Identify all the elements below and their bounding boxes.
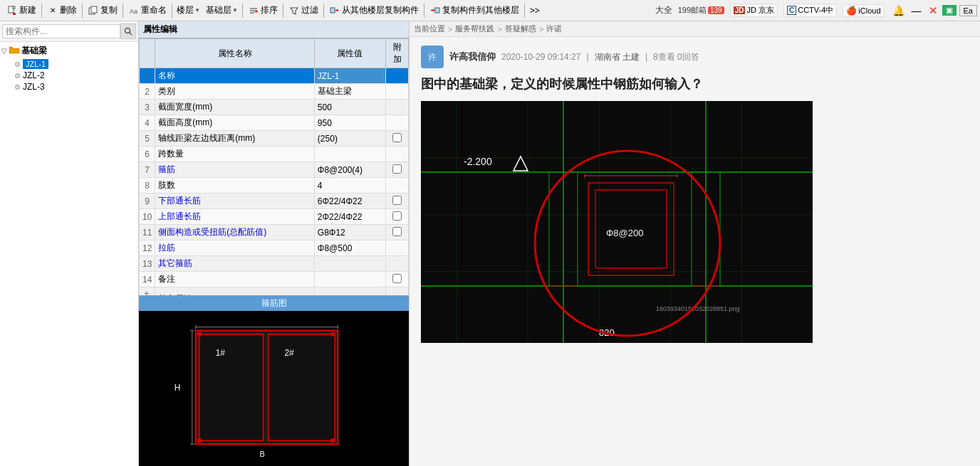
icloud-section[interactable]: 🍎 iCloud	[843, 4, 884, 17]
table-row[interactable]: 1名称JZL-1	[140, 68, 409, 84]
svg-text:H: H	[174, 383, 181, 393]
row-checkbox[interactable]	[392, 196, 402, 205]
ea-label[interactable]: Ea	[959, 5, 977, 16]
attr-name-link[interactable]: 下部通长筋	[158, 196, 201, 206]
tree-item-jzl1[interactable]: ⚙ JZL-1	[13, 58, 137, 70]
sep3	[123, 4, 123, 18]
table-row[interactable]: 6跨数量	[140, 147, 409, 162]
base-floor-dropdown[interactable]: 基础层 ▼	[203, 3, 241, 18]
table-row[interactable]: 14备注	[140, 272, 409, 287]
search-input[interactable]	[2, 24, 120, 38]
row-attr-name[interactable]: 拉筋	[155, 240, 315, 256]
row-attr-name[interactable]: 侧面构造或受扭筋(总配筋值)	[155, 225, 315, 240]
row-checkbox[interactable]	[392, 211, 402, 221]
attr-table-body: 1名称JZL-12类别基础主梁3截面宽度(mm)5004截面高度(mm)9505…	[140, 68, 409, 296]
sort-icon	[248, 5, 259, 16]
row-attr-name[interactable]: 其它箍筋	[155, 256, 315, 272]
table-row[interactable]: 7箍筋Φ8@200(4)	[140, 162, 409, 178]
attr-name-link[interactable]: 上部通长筋	[158, 211, 201, 221]
tree-item-label-jzl1: JZL-1	[23, 59, 48, 69]
row-checkbox[interactable]	[392, 227, 402, 236]
col-num-header	[140, 39, 155, 68]
jd-logo-section[interactable]: JD JD 京东	[730, 4, 778, 17]
row-checkbox-cell[interactable]	[386, 272, 409, 287]
row-number: 3	[140, 100, 155, 115]
new-button[interactable]: 新建	[3, 3, 40, 18]
post-title: 图中的基础梁，定义的时候属性中钢筋如何输入？	[421, 75, 969, 92]
tree-item-jzl3[interactable]: ⚙ JZL-3	[13, 81, 137, 92]
sep6	[283, 4, 283, 18]
table-row[interactable]: 2类别基础主梁	[140, 84, 409, 100]
sort-button[interactable]: 排序	[244, 3, 281, 18]
delete-button[interactable]: ✕ 删除	[43, 3, 80, 18]
search-button[interactable]	[120, 23, 136, 39]
attr-name-link[interactable]: 其它箍筋	[158, 258, 192, 268]
delete-icon: ✕	[47, 5, 58, 16]
minimize-icon[interactable]: —	[909, 5, 924, 16]
tree-children: ⚙ JZL-1 ⚙ JZL-2 ⚙ JZL-3	[1, 58, 137, 92]
close-icon[interactable]: ✕	[927, 5, 939, 16]
row-attr-name: 截面高度(mm)	[155, 115, 315, 131]
tree-item-jzl2[interactable]: ⚙ JZL-2	[13, 70, 137, 81]
root-expand-icon[interactable]: ▽	[1, 47, 7, 55]
table-row[interactable]: 4截面高度(mm)950	[140, 115, 409, 131]
row-checkbox-cell	[386, 287, 409, 296]
col-attach-header: 附加	[386, 39, 409, 68]
attr-table: 属性名称 属性值 附加 1名称JZL-12类别基础主梁3截面宽度(mm)5004…	[139, 38, 409, 295]
sep8	[424, 4, 424, 18]
sep7	[323, 4, 324, 18]
table-row[interactable]: 10上部通长筋2Φ22/4Φ22	[140, 209, 409, 225]
section-expand-icon[interactable]: +	[144, 289, 149, 295]
table-row[interactable]: 8肢数4	[140, 178, 409, 194]
more-button[interactable]: >>	[526, 4, 543, 17]
copy-from-icon	[329, 5, 340, 16]
filter-label: 过滤	[301, 4, 318, 16]
reinforcement-title: 箍筋图	[139, 296, 409, 311]
row-attr-name: 类别	[155, 84, 315, 100]
breadcrumb-path3: 许诺	[546, 23, 562, 34]
attr-name-link[interactable]: 侧面构造或受扭筋(总配筋值)	[158, 227, 266, 237]
filter-button[interactable]: 过滤	[285, 3, 322, 18]
row-checkbox-cell[interactable]	[386, 194, 409, 209]
attr-name-link[interactable]: 箍筋	[158, 164, 175, 174]
copy-to-button[interactable]: 复制构件到其他楼层	[426, 3, 523, 18]
base-floor-label: 基础层	[206, 4, 231, 16]
row-checkbox-cell[interactable]	[386, 209, 409, 225]
row-attr-name[interactable]: 箍筋	[155, 162, 315, 178]
breadcrumb-path1: 服务帮扶践	[455, 23, 494, 34]
tree-item-label-jzl3: JZL-3	[23, 82, 45, 92]
row-attr-name: 跨数量	[155, 147, 315, 162]
row-checkbox[interactable]	[392, 274, 402, 283]
row-attr-value: JZL-1	[314, 68, 385, 84]
row-checkbox-cell[interactable]	[386, 225, 409, 240]
table-row[interactable]: 5轴线距梁左边线距离(mm)(250)	[140, 131, 409, 147]
mail-section: 199邮箱 139	[678, 5, 724, 16]
row-checkbox-cell[interactable]	[386, 131, 409, 147]
row-number: 8	[140, 178, 155, 194]
svg-text:-2.200: -2.200	[464, 156, 492, 167]
table-row[interactable]: 13其它箍筋	[140, 256, 409, 272]
row-attr-name[interactable]: 上部通长筋	[155, 209, 315, 225]
rename-button[interactable]: Aa 重命名	[125, 3, 170, 18]
table-row[interactable]: 3截面宽度(mm)500	[140, 100, 409, 115]
tree-root-label: 基础梁	[21, 45, 47, 57]
restore-icon[interactable]: ▣	[942, 5, 956, 16]
table-row[interactable]: + 15其它属性	[140, 287, 409, 296]
row-attr-name[interactable]: 下部通长筋	[155, 194, 315, 209]
row-checkbox[interactable]	[392, 133, 402, 142]
row-checkbox-cell[interactable]	[386, 162, 409, 178]
row-number: 7	[140, 162, 155, 178]
copy-from-button[interactable]: 从其他楼层复制构件	[325, 3, 422, 18]
row-attr-value	[314, 256, 385, 272]
table-row[interactable]: 11侧面构造或受扭筋(总配筋值)G8Φ12	[140, 225, 409, 240]
notif-icon[interactable]: 🔔	[890, 5, 907, 16]
attr-name-link[interactable]: 拉筋	[158, 243, 175, 253]
search-bar	[0, 21, 138, 42]
cctv-section[interactable]: C CCTV-4中	[783, 4, 837, 17]
svg-text:1#: 1#	[216, 348, 226, 358]
floor-dropdown[interactable]: 楼层 ▼	[174, 3, 203, 18]
table-row[interactable]: 9下部通长筋6Φ22/4Φ22	[140, 194, 409, 209]
row-checkbox[interactable]	[392, 164, 402, 174]
copy-button[interactable]: 复制	[84, 3, 121, 18]
table-row[interactable]: 12拉筋Φ8@500	[140, 240, 409, 256]
